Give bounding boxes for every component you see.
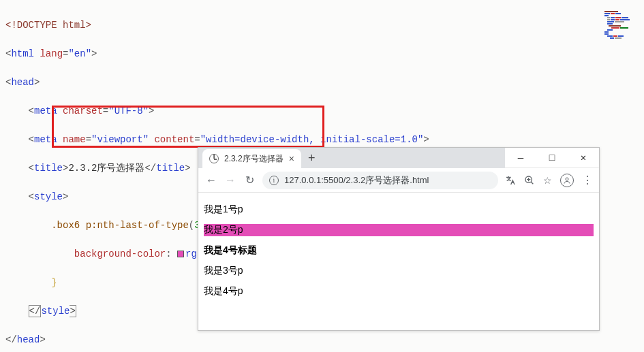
browser-tab[interactable]: 2.3.2序号选择器 ×	[202, 149, 301, 168]
url-text: 127.0.0.1:5500/2.3.2序号选择器.html	[284, 174, 429, 187]
code-text: head	[17, 334, 40, 345]
window-maximize-button[interactable]: □	[536, 148, 568, 168]
window-close-button[interactable]: ✕	[568, 148, 599, 168]
svg-point-1	[566, 178, 568, 180]
maximize-icon: □	[549, 153, 555, 163]
rendered-h4: 我是4号标题	[204, 244, 594, 257]
rendered-p3: 我是3号p	[204, 265, 594, 277]
color-swatch	[177, 251, 184, 257]
code-text: title	[156, 163, 185, 174]
back-button[interactable]: ←	[205, 174, 217, 187]
code-text: "UTF-8"	[108, 106, 149, 116]
window-minimize-button[interactable]: —	[505, 148, 536, 168]
tab-strip: 2.3.2序号选择器 × +	[198, 148, 505, 168]
code-text: title	[34, 163, 63, 174]
code-text: meta	[34, 134, 57, 145]
code-text: content	[154, 134, 194, 145]
reload-button[interactable]: ↻	[243, 174, 256, 187]
code-text: <!DOCTYPE html>	[5, 20, 91, 31]
menu-button[interactable]: ⋮	[582, 174, 592, 187]
minimap[interactable]	[604, 4, 640, 34]
close-icon: ✕	[581, 152, 586, 163]
zoom-icon[interactable]	[524, 175, 535, 186]
code-text: style	[34, 191, 63, 202]
address-bar[interactable]: i 127.0.0.1:5500/2.3.2序号选择器.html	[262, 172, 498, 189]
favicon-icon	[209, 154, 219, 163]
code-text: html	[11, 48, 34, 59]
code-text: 2.3.2序号选择器	[68, 163, 144, 174]
code-text: .box6 p:nth-last-of-type	[51, 220, 189, 231]
tab-title: 2.3.2序号选择器	[224, 153, 283, 165]
profile-button[interactable]	[560, 174, 574, 187]
code-text: charset	[63, 106, 103, 116]
site-info-icon[interactable]: i	[269, 176, 279, 185]
tab-close-icon[interactable]: ×	[289, 153, 294, 164]
rendered-p1: 我是1号p	[204, 204, 594, 216]
code-text: name	[63, 134, 86, 145]
bookmark-icon[interactable]: ☆	[543, 175, 552, 186]
translate-icon[interactable]	[505, 175, 516, 186]
forward-button[interactable]: →	[224, 174, 236, 187]
page-content: 我是1号p 我是2号p 我是4号标题 我是3号p 我是4号p	[198, 193, 599, 308]
code-text: meta	[34, 106, 57, 116]
code-text: "en"	[68, 48, 91, 59]
minimize-icon: —	[518, 153, 523, 163]
rendered-p4: 我是4号p	[204, 285, 594, 298]
browser-toolbar: ← → ↻ i 127.0.0.1:5500/2.3.2序号选择器.html ☆…	[198, 168, 599, 193]
rendered-p2: 我是2号p	[204, 224, 594, 236]
code-text: background-color	[74, 249, 166, 259]
code-text: head	[11, 77, 34, 88]
code-text: "width=device-width, initial-scale=1.0"	[200, 134, 424, 145]
code-text: "viewport"	[91, 134, 149, 145]
code-text: lang	[40, 48, 63, 59]
code-text: style	[41, 306, 70, 317]
browser-window: 2.3.2序号选择器 × + — □ ✕ ← → ↻ i 127.0.0.1:5…	[198, 147, 600, 331]
new-tab-button[interactable]: +	[308, 151, 316, 165]
